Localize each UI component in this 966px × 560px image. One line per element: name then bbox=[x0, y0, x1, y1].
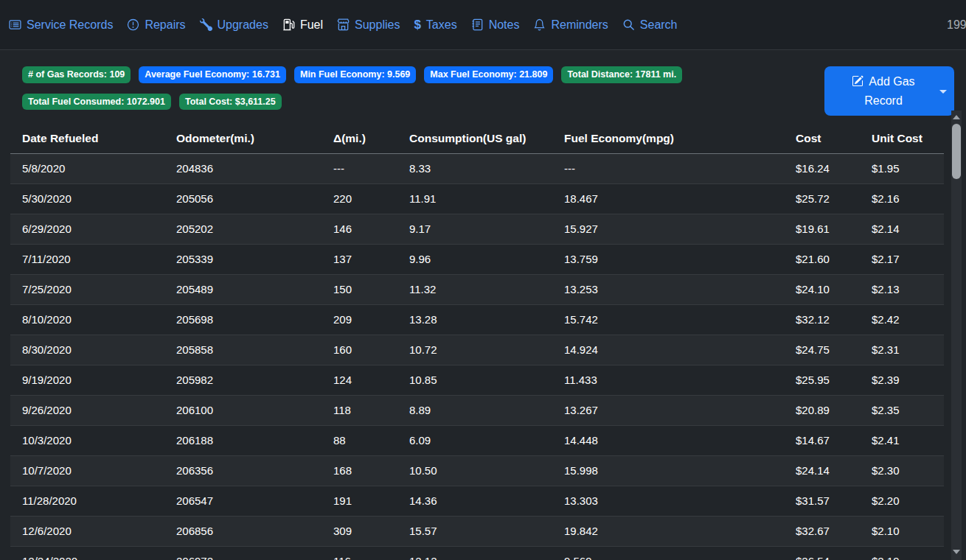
nav-item-search[interactable]: Search bbox=[622, 18, 678, 32]
nav-item-fuel[interactable]: Fuel bbox=[282, 18, 323, 32]
table-cell: $2.13 bbox=[860, 274, 944, 304]
table-cell: 206856 bbox=[164, 516, 322, 546]
table-cell: 18.467 bbox=[552, 183, 784, 214]
scroll-up-arrow-icon[interactable] bbox=[953, 115, 960, 119]
table-row[interactable]: 9/19/202020598212410.8511.433$25.95$2.39 bbox=[10, 365, 944, 395]
col-header-date-refueled[interactable]: Date Refueled bbox=[10, 124, 164, 153]
dollar-icon: $ bbox=[414, 18, 420, 31]
col-header-consumption[interactable]: Consumption(US gal) bbox=[397, 124, 552, 153]
table-cell: $32.67 bbox=[784, 516, 860, 546]
table-cell: 15.57 bbox=[397, 516, 552, 546]
table-cell: $26.54 bbox=[784, 546, 860, 560]
table-cell: 146 bbox=[322, 214, 397, 244]
table-cell: $21.60 bbox=[784, 244, 860, 274]
table-cell: 124 bbox=[322, 365, 397, 395]
table-row[interactable]: 7/11/20202053391379.9613.759$21.60$2.17 bbox=[10, 244, 944, 274]
table-row[interactable]: 5/8/2020204836---8.33---$16.24$1.95 bbox=[10, 153, 944, 183]
gas-records-count-badge: # of Gas Records: 109 bbox=[22, 66, 131, 83]
nav-item-notes[interactable]: Notes bbox=[471, 18, 520, 32]
col-header-cost[interactable]: Cost bbox=[784, 124, 860, 153]
add-gas-record-label: Add Gas Record bbox=[864, 75, 914, 107]
scrollbar-thumb[interactable] bbox=[952, 124, 961, 179]
table-header-row: Date Refueled Odometer(mi.) Δ(mi.) Consu… bbox=[10, 124, 944, 153]
table-cell: $20.89 bbox=[784, 395, 860, 425]
nav-item-upgrades[interactable]: Upgrades bbox=[200, 18, 268, 32]
table-cell: 204836 bbox=[164, 153, 322, 183]
fuel-tab-content: # of Gas Records: 109 Average Fuel Econo… bbox=[0, 66, 966, 560]
table-cell: $25.72 bbox=[784, 183, 860, 214]
table-row[interactable]: 6/29/20202052021469.1715.927$19.61$2.14 bbox=[10, 214, 944, 244]
nav-label: Notes bbox=[489, 18, 520, 32]
total-cost-badge: Total Cost: $3,611.25 bbox=[179, 94, 282, 111]
table-cell: 13.759 bbox=[552, 244, 784, 274]
scroll-down-arrow-icon[interactable] bbox=[953, 550, 960, 554]
nav-item-repairs[interactable]: Repairs bbox=[127, 18, 185, 32]
nav-item-taxes[interactable]: $ Taxes bbox=[414, 18, 456, 32]
table-cell: 220 bbox=[322, 183, 397, 214]
table-cell: 206188 bbox=[164, 425, 322, 455]
table-cell: 12/24/2020 bbox=[10, 546, 164, 560]
nav-tabs: Service Records Repairs Upgrades Fuel bbox=[9, 18, 678, 32]
nav-label: Supplies bbox=[355, 18, 400, 32]
table-cell: $31.57 bbox=[784, 486, 860, 516]
table-cell: 150 bbox=[322, 274, 397, 304]
fuel-table-body: 5/8/2020204836---8.33---$16.24$1.955/30/… bbox=[10, 153, 944, 560]
col-header-delta[interactable]: Δ(mi.) bbox=[322, 124, 397, 153]
table-cell: 8/10/2020 bbox=[10, 304, 164, 335]
gas-records-table: Date Refueled Odometer(mi.) Δ(mi.) Consu… bbox=[10, 124, 944, 560]
table-cell: $2.16 bbox=[860, 183, 944, 214]
table-cell: 19.842 bbox=[552, 516, 784, 546]
table-cell: $32.12 bbox=[784, 304, 860, 335]
vehicle-year-text: 199 bbox=[947, 0, 966, 50]
table-row[interactable]: 9/26/20202061001188.8913.267$20.89$2.35 bbox=[10, 395, 944, 425]
table-cell: 9.17 bbox=[397, 214, 552, 244]
search-icon bbox=[622, 18, 635, 31]
table-row[interactable]: 8/30/202020585816010.7214.924$24.75$2.31 bbox=[10, 335, 944, 365]
total-distance-badge: Total Distance: 17811 mi. bbox=[561, 66, 682, 83]
table-row[interactable]: 5/30/202020505622011.9118.467$25.72$2.16 bbox=[10, 183, 944, 214]
table-cell: $2.41 bbox=[860, 425, 944, 455]
table-row[interactable]: 12/6/202020685630915.5719.842$32.67$2.10 bbox=[10, 516, 944, 546]
table-cell: 116 bbox=[322, 546, 397, 560]
nav-item-service-records[interactable]: Service Records bbox=[9, 18, 113, 32]
table-cell: $24.75 bbox=[784, 335, 860, 365]
table-cell: 7/11/2020 bbox=[10, 244, 164, 274]
summary-badges: # of Gas Records: 109 Average Fuel Econo… bbox=[10, 66, 824, 110]
table-cell: 168 bbox=[322, 455, 397, 486]
table-cell: 11/28/2020 bbox=[10, 486, 164, 516]
table-row[interactable]: 8/10/202020569820913.2815.742$32.12$2.42 bbox=[10, 304, 944, 335]
table-cell: $25.95 bbox=[784, 365, 860, 395]
table-cell: 10.85 bbox=[397, 365, 552, 395]
table-row[interactable]: 10/3/2020206188886.0914.448$14.67$2.41 bbox=[10, 425, 944, 455]
table-row[interactable]: 7/25/202020548915011.3213.253$24.10$2.13 bbox=[10, 274, 944, 304]
add-gas-record-button[interactable]: Add Gas Record bbox=[824, 66, 954, 116]
table-cell: 160 bbox=[322, 335, 397, 365]
table-cell: 13.303 bbox=[552, 486, 784, 516]
nav-label: Fuel bbox=[300, 18, 323, 32]
col-header-fuel-economy[interactable]: Fuel Economy(mpg) bbox=[552, 124, 784, 153]
table-cell: 205489 bbox=[164, 274, 322, 304]
nav-item-supplies[interactable]: Supplies bbox=[337, 18, 400, 32]
table-cell: $2.20 bbox=[860, 486, 944, 516]
table-cell: $2.30 bbox=[860, 455, 944, 486]
nav-label: Service Records bbox=[27, 18, 113, 32]
vertical-scrollbar[interactable] bbox=[951, 111, 962, 560]
table-cell: 10.50 bbox=[397, 455, 552, 486]
table-row[interactable]: 11/28/202020654719114.3613.303$31.57$2.2… bbox=[10, 486, 944, 516]
nav-item-reminders[interactable]: Reminders bbox=[533, 18, 608, 32]
col-header-odometer[interactable]: Odometer(mi.) bbox=[164, 124, 322, 153]
table-cell: --- bbox=[322, 153, 397, 183]
table-cell: 205858 bbox=[164, 335, 322, 365]
table-cell: $2.10 bbox=[860, 516, 944, 546]
table-cell: 209 bbox=[322, 304, 397, 335]
table-row[interactable]: 12/24/202020697211612.129.569$26.54$2.19 bbox=[10, 546, 944, 560]
table-row[interactable]: 10/7/202020635616810.5015.998$24.14$2.30 bbox=[10, 455, 944, 486]
table-cell: $2.14 bbox=[860, 214, 944, 244]
col-header-unit-cost[interactable]: Unit Cost bbox=[860, 124, 944, 153]
table-cell: 14.448 bbox=[552, 425, 784, 455]
table-cell: $2.35 bbox=[860, 395, 944, 425]
card-list-icon bbox=[9, 18, 21, 31]
nav-label: Reminders bbox=[551, 18, 608, 32]
table-cell: $24.14 bbox=[784, 455, 860, 486]
table-cell: 13.28 bbox=[397, 304, 552, 335]
